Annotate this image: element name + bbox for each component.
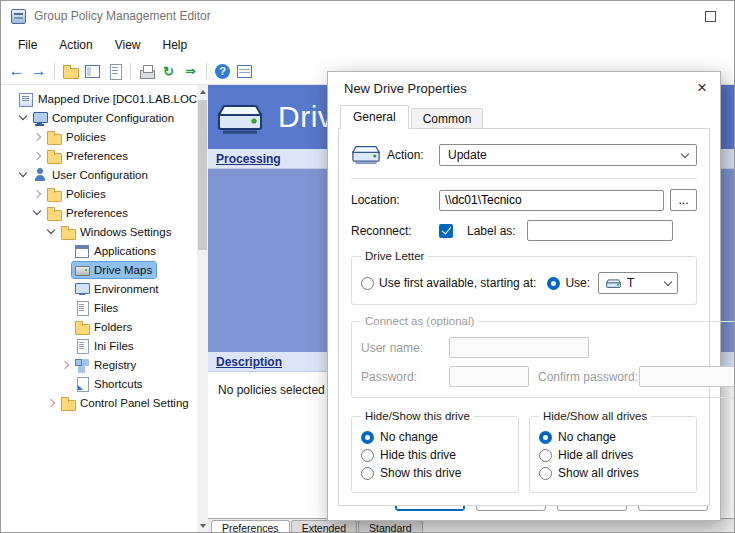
drive-letter-group: Drive Letter Use first available, starti… — [351, 250, 697, 305]
window-title: Group Policy Management Editor — [34, 9, 211, 23]
tree-item-label: Policies — [66, 131, 106, 143]
tree-item-preferences-computer[interactable]: Preferences — [1, 146, 197, 165]
folder-icon — [60, 225, 76, 239]
tree-item-label: Shortcuts — [94, 378, 143, 390]
reconnect-label: Reconnect: — [351, 224, 439, 238]
menu-help[interactable]: Help — [152, 33, 199, 57]
radio-icon — [361, 467, 374, 480]
hide-show-this-legend: Hide/Show this drive — [361, 410, 474, 422]
toolbar-separator — [54, 63, 55, 79]
browse-button[interactable]: ... — [670, 189, 697, 211]
tab-preferences[interactable]: Preferences — [211, 520, 290, 532]
back-icon[interactable]: ← — [6, 61, 27, 82]
tree-item-environment[interactable]: Environment — [1, 279, 197, 298]
chevron-right-icon[interactable] — [32, 131, 43, 142]
scroll-up-icon[interactable] — [197, 85, 208, 98]
tree-item-policies-user[interactable]: Policies — [1, 184, 197, 203]
this-no-change-radio[interactable]: No change — [361, 430, 509, 444]
description-link[interactable]: Description — [216, 355, 282, 369]
all-no-change-radio[interactable]: No change — [539, 430, 687, 444]
tree-item-shortcuts[interactable]: Shortcuts — [1, 374, 197, 393]
tree-item-preferences-user[interactable]: Preferences — [1, 203, 197, 222]
radio-label: No change — [380, 430, 438, 444]
drive-letter-select[interactable]: T — [598, 272, 678, 294]
radio-icon — [361, 449, 374, 462]
show-this-drive-radio[interactable]: Show this drive — [361, 466, 509, 480]
tree-item-drive-maps[interactable]: Drive Maps — [1, 260, 197, 279]
tree-item-ini-files[interactable]: Ini Files — [1, 336, 197, 355]
tab-standard[interactable]: Standard — [358, 520, 423, 532]
action-select[interactable]: Update — [439, 144, 697, 166]
password-row: Password: Confirm password: — [361, 366, 735, 387]
tree-item-label: Policies — [66, 188, 106, 200]
processing-link[interactable]: Processing — [216, 152, 281, 166]
chevron-right-icon[interactable] — [32, 150, 43, 161]
tree-item-mapped-drive[interactable]: Mapped Drive [DC01.LAB.LOCA — [1, 89, 197, 108]
chevron-down-icon[interactable] — [18, 169, 29, 180]
dialog-title: New Drive Properties — [344, 81, 467, 96]
tab-general[interactable]: General — [340, 105, 409, 129]
computer-icon — [32, 111, 48, 125]
user-name-input — [449, 337, 589, 358]
location-input[interactable] — [439, 190, 664, 211]
refresh-icon[interactable]: ↻ — [158, 61, 179, 82]
tree-item-user-configuration[interactable]: User Configuration — [1, 165, 197, 184]
chevron-down-icon[interactable] — [46, 226, 57, 237]
tree-item-label: Drive Maps — [94, 264, 152, 276]
tree-item-control-panel-settings[interactable]: Control Panel Setting — [1, 393, 197, 412]
menu-file[interactable]: File — [7, 33, 48, 57]
folder-icon — [46, 206, 62, 220]
properties-icon[interactable] — [104, 61, 125, 82]
chevron-right-icon[interactable] — [46, 397, 57, 408]
hide-all-drives-radio[interactable]: Hide all drives — [539, 448, 687, 462]
tree-item-folders[interactable]: Folders — [1, 317, 197, 336]
radio-icon — [539, 449, 552, 462]
scrollbar-thumb[interactable] — [198, 100, 207, 250]
action-row: Action: Update — [351, 141, 697, 169]
close-icon[interactable]: × — [684, 72, 720, 104]
help-icon[interactable]: ? — [215, 64, 230, 79]
tree-item-label: Preferences — [66, 150, 128, 162]
tree-item-label: Control Panel Setting — [80, 397, 189, 409]
view-menu-icon[interactable] — [234, 61, 255, 82]
applications-icon — [74, 244, 90, 258]
tree-item-label: Preferences — [66, 207, 128, 219]
export-list-icon[interactable]: ⇒ — [180, 61, 201, 82]
scroll-down-icon[interactable] — [197, 519, 208, 532]
tree-item-windows-settings[interactable]: Windows Settings — [1, 222, 197, 241]
reconnect-checkbox[interactable] — [439, 224, 453, 238]
console-tree: Mapped Drive [DC01.LAB.LOCA Computer Con… — [1, 85, 197, 532]
tree-item-registry[interactable]: Registry — [1, 355, 197, 374]
tree-item-files[interactable]: Files — [1, 298, 197, 317]
print-icon[interactable] — [136, 61, 157, 82]
radio-label: Show all drives — [558, 466, 639, 480]
chevron-right-icon[interactable] — [60, 359, 71, 370]
label-as-input[interactable] — [527, 220, 673, 241]
chevron-right-icon[interactable] — [32, 188, 43, 199]
use-radio[interactable]: Use: — [547, 276, 590, 290]
show-all-drives-radio[interactable]: Show all drives — [539, 466, 687, 480]
tree-item-label: Registry — [94, 359, 136, 371]
tree-item-policies-computer[interactable]: Policies — [1, 127, 197, 146]
up-one-level-icon[interactable] — [60, 61, 81, 82]
tab-extended[interactable]: Extended — [291, 520, 357, 532]
tab-common[interactable]: Common — [411, 108, 484, 129]
new-drive-properties-dialog: New Drive Properties × General Common Ac… — [327, 71, 721, 521]
tree-scrollbar[interactable] — [197, 85, 208, 532]
use-first-available-radio[interactable]: Use first available, starting at: — [361, 276, 536, 290]
chevron-down-icon[interactable] — [18, 112, 29, 123]
forward-icon[interactable]: → — [28, 61, 49, 82]
tree-item-label: Computer Configuration — [52, 112, 174, 124]
tree-item-applications[interactable]: Applications — [1, 241, 197, 260]
menu-action[interactable]: Action — [48, 33, 103, 57]
tree-item-label: Folders — [94, 321, 132, 333]
maximize-icon[interactable] — [705, 11, 716, 22]
tree-item-computer-configuration[interactable]: Computer Configuration — [1, 108, 197, 127]
chevron-down-icon[interactable] — [32, 207, 43, 218]
show-console-tree-icon[interactable] — [82, 61, 103, 82]
hide-this-drive-radio[interactable]: Hide this drive — [361, 448, 509, 462]
folder-icon — [46, 130, 62, 144]
connect-as-legend: Connect as (optional) — [361, 315, 478, 327]
gpo-icon — [18, 92, 34, 106]
menu-view[interactable]: View — [104, 33, 152, 57]
